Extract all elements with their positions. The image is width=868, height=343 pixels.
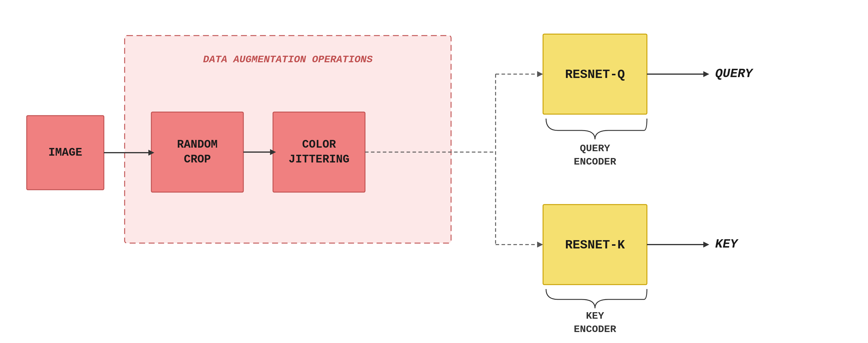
resnet-k-label: RESNET-K <box>565 238 625 252</box>
data-aug-label: DATA AUGMENTATION OPERATIONS <box>203 54 373 65</box>
query-encoder-label-line2: ENCODER <box>574 156 616 168</box>
color-jittering-label-line2: JITTERING <box>288 153 349 166</box>
arrow-to-resnet-q-head <box>537 71 543 77</box>
resnet-q-label: RESNET-Q <box>565 68 625 82</box>
query-encoder-brace <box>546 118 647 139</box>
arrow-resnet-q-out-head <box>703 71 709 77</box>
query-output-label: QUERY <box>715 67 754 81</box>
random-crop-label-line2: CROP <box>184 153 211 166</box>
color-jittering-label-line1: COLOR <box>302 138 336 151</box>
arrow-to-resnet-k-head <box>537 242 543 247</box>
query-encoder-label-line1: QUERY <box>580 143 611 154</box>
color-jittering-box <box>273 112 365 192</box>
random-crop-box <box>151 112 243 192</box>
key-output-label: KEY <box>715 237 739 251</box>
image-label: IMAGE <box>49 146 82 159</box>
arrow-resnet-k-out-head <box>703 242 709 247</box>
diagram-container: IMAGE DATA AUGMENTATION OPERATIONS RANDO… <box>0 0 868 343</box>
random-crop-label-line1: RANDOM <box>177 138 218 151</box>
key-encoder-label-line2: ENCODER <box>574 324 616 335</box>
key-encoder-label-line1: KEY <box>586 310 604 322</box>
key-encoder-brace <box>546 289 647 308</box>
